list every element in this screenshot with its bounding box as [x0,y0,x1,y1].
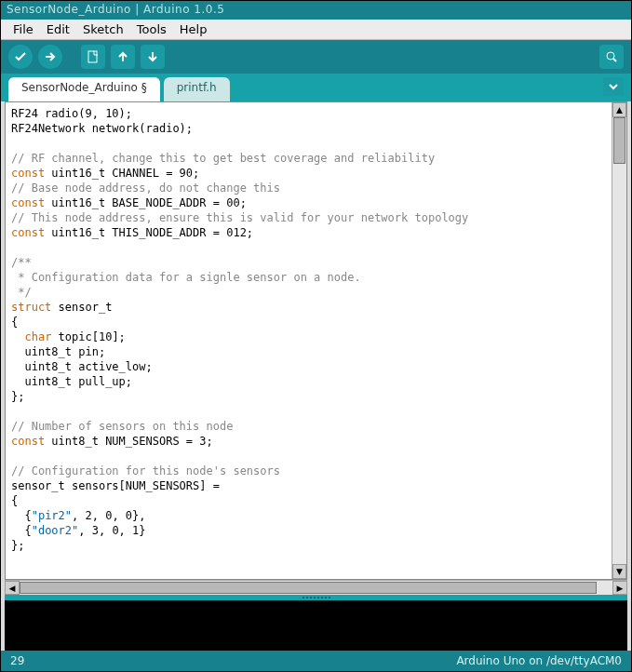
menu-edit[interactable]: Edit [41,20,75,38]
scroll-thumb[interactable] [20,582,597,594]
scroll-thumb[interactable] [613,117,625,164]
scrollbar-horizontal[interactable]: ◀ ▶ [5,580,627,595]
editor-area: RF24 radio(9, 10); RF24Network network(r… [5,101,627,580]
open-button[interactable] [111,45,135,69]
window-title: SensorNode_Arduino | Arduino 1.0.5 [1,1,631,20]
new-button[interactable] [81,45,105,69]
line-number: 29 [10,654,24,667]
app-window: SensorNode_Arduino | Arduino 1.0.5 File … [0,0,632,672]
tab-printf[interactable]: printf.h [164,77,230,101]
svg-rect-0 [88,51,97,62]
statusbar: 29 Arduino Uno on /dev/ttyACM0 [1,651,631,671]
menu-tools[interactable]: Tools [131,20,172,38]
menu-file[interactable]: File [7,20,39,38]
serial-monitor-button[interactable] [599,45,624,69]
arrow-down-icon [145,49,160,64]
board-port: Arduino Uno on /dev/ttyACM0 [456,654,622,667]
toolbar [1,40,631,74]
chevron-down-icon [609,82,618,91]
window-title-text: SensorNode_Arduino | Arduino 1.0.5 [7,3,224,16]
check-icon [13,49,28,64]
scroll-track[interactable] [612,117,626,564]
tab-label: SensorNode_Arduino § [21,81,147,94]
scroll-down-button[interactable]: ▼ [612,564,626,579]
svg-point-1 [607,52,614,60]
verify-button[interactable] [8,45,33,69]
file-icon [86,49,101,64]
scroll-track[interactable] [20,581,612,595]
menubar: File Edit Sketch Tools Help [1,20,631,40]
arrow-up-icon [115,49,130,64]
tab-menu-button[interactable] [603,77,624,96]
scroll-left-button[interactable]: ◀ [5,581,20,595]
menu-help[interactable]: Help [174,20,213,38]
upload-button[interactable] [38,45,62,69]
serial-monitor-icon [604,49,619,64]
tab-sensornode[interactable]: SensorNode_Arduino § [8,77,160,101]
scroll-up-button[interactable]: ▲ [612,102,626,117]
tab-label: printf.h [177,81,217,94]
code-editor[interactable]: RF24 radio(9, 10); RF24Network network(r… [6,102,612,579]
scrollbar-vertical[interactable]: ▲ ▼ [612,102,626,579]
scroll-right-button[interactable]: ▶ [612,581,627,595]
menu-sketch[interactable]: Sketch [77,20,129,38]
console-output[interactable] [5,600,627,651]
arrow-right-icon [43,49,58,64]
tabbar: SensorNode_Arduino § printf.h [1,74,631,101]
save-button[interactable] [141,45,165,69]
